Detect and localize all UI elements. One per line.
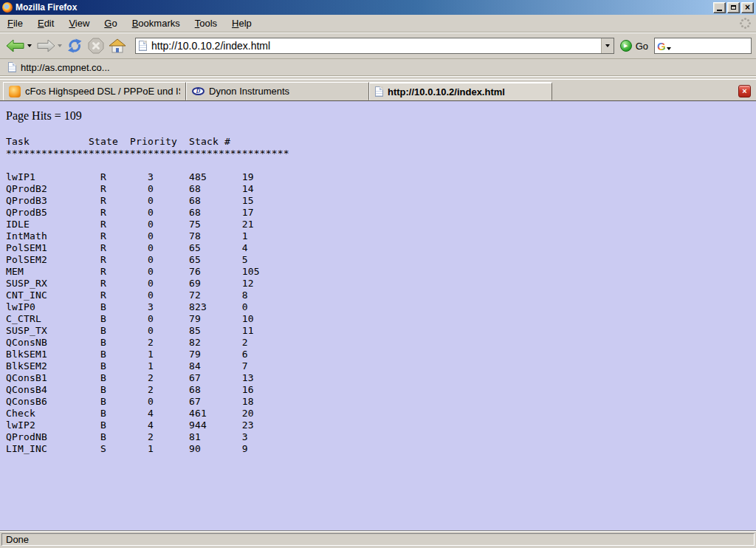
bookmarks-toolbar: http://as.cmpnet.co... [0, 59, 756, 76]
menu-bar: File Edit View Go Bookmarks Tools Help [0, 15, 756, 32]
reload-button[interactable] [65, 36, 85, 55]
reload-icon [66, 38, 83, 54]
bookmark-item[interactable]: http://as.cmpnet.co... [4, 61, 114, 75]
back-button[interactable] [4, 37, 33, 55]
dynon-icon: D [192, 87, 205, 95]
restore-button[interactable] [727, 2, 740, 13]
go-button[interactable]: ▶ Go [620, 40, 648, 52]
menu-view[interactable]: View [63, 16, 95, 31]
url-input[interactable] [151, 39, 601, 52]
bookmark-page-icon [8, 62, 16, 72]
stop-icon [88, 38, 104, 54]
navigation-toolbar: ▶ Go G [0, 32, 756, 59]
task-table-pre: Task State Priority Stack # ************… [6, 136, 750, 455]
search-bar: G [654, 38, 752, 54]
window-title: Mozilla Firefox [16, 2, 77, 13]
url-bar [135, 38, 614, 54]
tabstrip-spacer [552, 82, 738, 100]
minimize-icon [717, 10, 722, 11]
tab-label: http://10.0.10.2/index.html [388, 86, 505, 97]
tab-strip: cFos Highspeed DSL / PPPoE und ISDN CAP.… [0, 79, 756, 101]
forward-arrow-icon [36, 38, 55, 53]
page-content: Page Hits = 109 Task State Priority Stac… [0, 101, 756, 530]
cfos-icon [9, 86, 21, 97]
status-bar: Done [0, 530, 756, 548]
page-icon [139, 41, 147, 51]
menu-help[interactable]: Help [226, 16, 258, 31]
home-icon [109, 38, 126, 53]
go-label: Go [636, 41, 648, 52]
forward-dropdown-icon[interactable] [58, 44, 62, 47]
back-dropdown-icon[interactable] [27, 44, 32, 47]
google-search-icon[interactable]: G [657, 41, 666, 52]
status-text: Done [1, 533, 755, 546]
tab-index-html-active[interactable]: http://10.0.10.2/index.html [369, 82, 552, 100]
go-icon: ▶ [620, 40, 632, 52]
tab-dynon-instruments[interactable]: D Dynon Instruments [186, 82, 369, 100]
menu-tools[interactable]: Tools [189, 16, 223, 31]
minimize-button[interactable] [713, 2, 726, 13]
chevron-down-icon [605, 44, 610, 47]
menu-file[interactable]: File [1, 16, 29, 31]
tab-label: Dynon Instruments [209, 86, 289, 97]
restore-icon [731, 5, 736, 10]
back-arrow-icon [6, 38, 25, 53]
menu-bookmarks[interactable]: Bookmarks [126, 16, 186, 31]
bookmark-label: http://as.cmpnet.co... [21, 62, 110, 73]
menu-edit[interactable]: Edit [32, 16, 60, 31]
title-bar: Mozilla Firefox × [0, 0, 756, 15]
stop-button[interactable] [86, 36, 106, 55]
close-icon: × [745, 3, 750, 12]
search-engine-dropdown-icon[interactable] [667, 47, 671, 50]
document-icon [375, 86, 383, 97]
tab-close-button[interactable]: × [738, 85, 751, 97]
search-input[interactable] [674, 41, 749, 52]
go-arrow-glyph: ▶ [624, 43, 628, 49]
menu-go[interactable]: Go [98, 16, 123, 31]
tab-cfos[interactable]: cFos Highspeed DSL / PPPoE und ISDN CAP.… [3, 82, 186, 100]
browser-window: Mozilla Firefox × File Edit View Go Book… [0, 0, 756, 548]
close-button[interactable]: × [741, 2, 754, 13]
home-button[interactable] [107, 37, 128, 55]
tab-label: cFos Highspeed DSL / PPPoE und ISDN CAP.… [25, 86, 180, 97]
firefox-logo-icon [2, 2, 13, 13]
activity-throbber-icon [739, 17, 752, 30]
forward-button[interactable] [35, 37, 63, 55]
page-hits-text: Page Hits = 109 [6, 109, 750, 123]
url-dropdown-button[interactable] [601, 38, 614, 53]
